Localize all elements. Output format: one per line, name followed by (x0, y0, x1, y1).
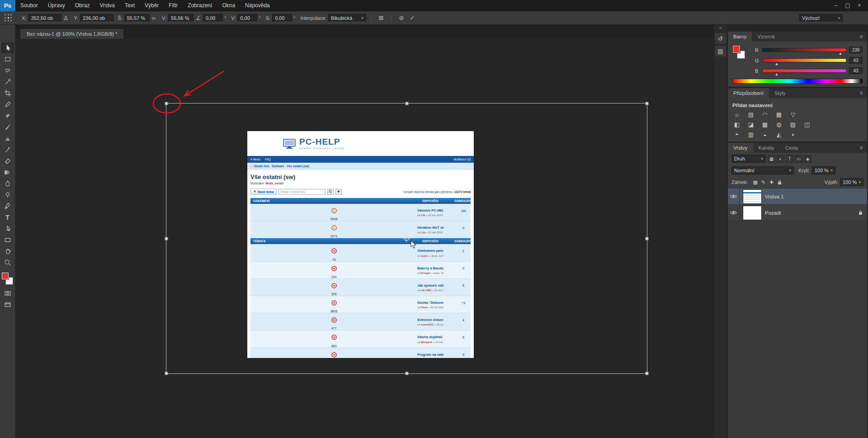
transform-handle-middle-left[interactable] (165, 237, 168, 240)
layer-visibility-toggle[interactable] (728, 205, 740, 221)
relative-positioning-toggle[interactable]: Δ (64, 15, 67, 21)
rotation-field[interactable]: 0,00 (203, 14, 223, 22)
transform-handle-top-right[interactable] (646, 102, 649, 105)
adjustment-threshold-button[interactable]: ◒ (760, 130, 769, 138)
reference-point-locator[interactable] (5, 14, 12, 22)
lock-all[interactable] (776, 179, 783, 186)
menu-obraz[interactable]: Obraz (70, 2, 95, 9)
document-tab[interactable]: Bez názvu-1 @ 100% (Vrstva 1,RGB/8) * (20, 28, 124, 39)
move-tool[interactable] (1, 42, 14, 53)
healing-brush-tool[interactable] (1, 110, 14, 121)
history-panel-button[interactable]: ↺ (715, 33, 726, 44)
lock-position[interactable]: ✚ (768, 179, 775, 186)
width-scale-field[interactable]: 55,57 % (124, 14, 150, 22)
crop-tool[interactable] (1, 88, 14, 99)
eyedropper-tool[interactable] (1, 99, 14, 110)
interpolation-select[interactable]: Bikubická ▾ (328, 14, 366, 22)
slider-thumb[interactable] (839, 52, 842, 55)
menu-upravy[interactable]: Úpravy (43, 2, 70, 9)
transform-handle-middle-right[interactable] (646, 237, 649, 240)
blend-mode-select[interactable]: Normální ▾ (731, 166, 794, 174)
channel-value-field[interactable]: 43 (849, 57, 863, 64)
layer-filter-type-select[interactable]: Druh ▾ (731, 155, 766, 163)
tab-paths[interactable]: Cesty (780, 143, 804, 153)
tab-adjustments[interactable]: Přizpůsobení (728, 88, 769, 98)
vertical-skew-field[interactable]: 0,00 (272, 14, 292, 22)
transform-handle-bottom-middle[interactable] (405, 372, 408, 375)
adjustment-color-balance-button[interactable]: ◪ (746, 120, 755, 128)
panel-menu-icon[interactable]: ≡ (855, 32, 867, 42)
maintain-aspect-ratio-icon[interactable]: ∞ (152, 15, 156, 21)
shape-tool[interactable] (1, 235, 14, 245)
adjustment-posterize-button[interactable]: ▥ (746, 130, 755, 138)
adjustment-color-lookup-button[interactable]: ◫ (802, 120, 811, 128)
lock-transparent-pixels[interactable]: ▦ (752, 179, 759, 186)
canvas-area[interactable]: PC-HELP české diskuzní fórum ≡ Menu FAQ … (15, 39, 713, 438)
adjustment-selective-color-button[interactable]: ◖ (788, 130, 797, 138)
fill-field[interactable]: 100 % ▾ (840, 178, 863, 186)
history-brush-tool[interactable] (1, 144, 14, 155)
pen-tool[interactable] (1, 201, 14, 212)
color-spectrum-ramp[interactable] (732, 79, 863, 84)
lock-image-pixels[interactable]: ✎ (760, 179, 767, 186)
gradient-tool[interactable] (1, 167, 14, 178)
zoom-tool[interactable] (1, 257, 14, 268)
menu-soubor[interactable]: Soubor (15, 2, 43, 9)
workspace-selector[interactable]: Výchozí ▾ (799, 14, 843, 22)
layer-thumbnail[interactable] (743, 206, 761, 220)
adjustment-vibrance-button[interactable]: ▽ (788, 110, 797, 118)
minimize-button[interactable]: – (830, 0, 842, 11)
channel-slider[interactable] (762, 58, 846, 62)
menu-vrstva[interactable]: Vrstva (94, 2, 120, 9)
transform-handle-top-middle[interactable] (405, 102, 408, 105)
transform-bounding-box[interactable] (166, 103, 647, 374)
tab-styles[interactable]: Styly (769, 88, 791, 98)
menu-filtr[interactable]: Filtr (164, 2, 183, 9)
filter-smart-objects[interactable]: ◈ (804, 155, 811, 163)
path-selection-tool[interactable] (1, 223, 14, 234)
warp-mode-toggle-button[interactable]: ⊞ (376, 14, 387, 23)
filter-shape-layers[interactable]: ▭ (795, 155, 802, 163)
channel-slider[interactable] (762, 69, 846, 73)
properties-panel-button[interactable]: ▤ (715, 46, 726, 57)
quick-selection-tool[interactable] (1, 76, 14, 87)
x-position-field[interactable]: 352,50 ob (28, 14, 61, 22)
eraser-tool[interactable] (1, 155, 14, 166)
slider-thumb[interactable] (775, 73, 778, 75)
brush-tool[interactable] (1, 122, 14, 132)
adjustment-gradient-map-button[interactable]: ◭ (774, 130, 783, 138)
lasso-tool[interactable] (1, 65, 14, 76)
adjustment-invert-button[interactable]: ◓ (732, 130, 741, 138)
tab-colors[interactable]: Barvy (728, 32, 752, 42)
layer-row[interactable]: Pozadí (728, 205, 867, 221)
height-scale-field[interactable]: 55,56 % (168, 14, 193, 22)
collapse-dock-button[interactable]: « (714, 25, 727, 31)
panel-menu-icon[interactable]: ≡ (855, 88, 867, 98)
filter-type-layers[interactable]: T (786, 155, 793, 163)
foreground-color-swatch[interactable] (733, 46, 740, 53)
panel-menu-icon[interactable]: ≡ (855, 143, 867, 153)
menu-okna[interactable]: Okna (217, 2, 240, 9)
marquee-tool[interactable] (1, 54, 14, 65)
transform-handle-top-left[interactable] (165, 102, 168, 105)
transform-handle-bottom-left[interactable] (165, 372, 168, 375)
clone-stamp-tool[interactable] (1, 133, 14, 144)
adjustment-levels-button[interactable]: ▤ (746, 110, 755, 118)
horizontal-skew-field[interactable]: 0,00 (237, 14, 257, 22)
slider-thumb[interactable] (775, 63, 778, 65)
adjustment-exposure-button[interactable]: ▦ (774, 110, 783, 118)
hand-tool[interactable] (1, 246, 14, 257)
tab-channels[interactable]: Kanály (753, 143, 780, 153)
maximize-button[interactable]: ▢ (842, 0, 854, 11)
dodge-tool[interactable] (1, 189, 14, 200)
adjustment-black-white-button[interactable]: ▩ (760, 120, 769, 128)
adjustment-curves-button[interactable]: ◠ (760, 110, 769, 118)
filter-pixel-layers[interactable]: ▦ (768, 155, 775, 163)
menu-text[interactable]: Text (120, 2, 140, 9)
close-button[interactable]: × (854, 0, 865, 11)
layer-thumbnail[interactable] (743, 190, 761, 203)
adjustment-brightness-contrast-button[interactable]: ☼ (732, 110, 741, 118)
transform-handle-bottom-right[interactable] (646, 372, 649, 375)
y-position-field[interactable]: 236,00 ob (80, 14, 113, 22)
edit-in-quick-mask-button[interactable] (1, 288, 14, 299)
